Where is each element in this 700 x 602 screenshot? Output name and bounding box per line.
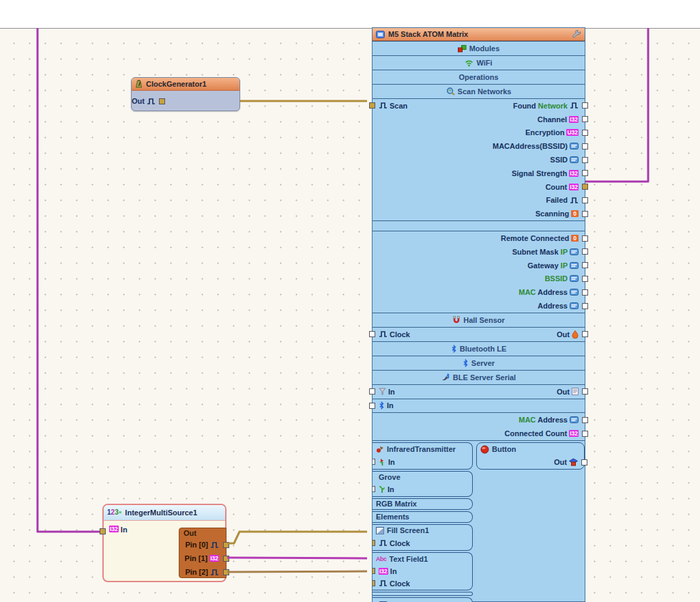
pin-clock[interactable]: Clock: [373, 330, 410, 339]
pin-connector[interactable]: [372, 486, 375, 492]
clock-pin-icon: [570, 102, 579, 109]
pin-out[interactable]: Out: [554, 458, 584, 466]
section-label: WiFi: [476, 59, 492, 67]
component-integer-multi-source[interactable]: 123× IntegerMultiSource1 I32In Out Pin […: [102, 504, 227, 582]
pin-mac-address[interactable]: MAC Address: [519, 416, 585, 424]
pin-pin-2[interactable]: Pin [2]: [179, 565, 226, 579]
pin-connector[interactable]: [372, 580, 375, 586]
pin-connector[interactable]: [100, 528, 106, 534]
pin-channel[interactable]: ChannelI32: [538, 115, 585, 124]
wrench-icon[interactable]: [572, 30, 581, 39]
pin-connector[interactable]: [369, 331, 375, 337]
pin-connector[interactable]: [582, 102, 588, 109]
pin-connector[interactable]: [582, 116, 588, 122]
pin-label: In: [121, 526, 128, 534]
pin-address[interactable]: Address: [538, 302, 585, 310]
pin-connector[interactable]: [223, 569, 229, 575]
pin-failed[interactable]: Failed: [546, 196, 585, 204]
pin-out[interactable]: Out: [557, 330, 585, 339]
pin-pin-1[interactable]: Pin [1]I32: [179, 551, 226, 565]
pin-count[interactable]: CountI32: [545, 183, 585, 191]
wire-pin0-to-fillscreen-clock[interactable]: [227, 532, 367, 543]
wire-pin1-to-textfield-in[interactable]: [227, 558, 367, 558]
pin-in[interactable]: I32In: [373, 567, 397, 575]
pin-found-network[interactable]: Found Network: [513, 102, 585, 110]
pin-connector[interactable]: [223, 556, 229, 562]
pin-connector[interactable]: [582, 157, 588, 163]
pin-connector[interactable]: [582, 289, 588, 296]
subpanel-in[interactable]: In: [372, 597, 473, 602]
pin-connector[interactable]: [582, 143, 588, 149]
subpanel-fill-screen1[interactable]: Fill Screen1Clock: [372, 524, 473, 551]
pin-remote-connected[interactable]: Remote Connected0: [501, 234, 585, 242]
pin-encryption[interactable]: EncryptionU32: [525, 128, 585, 137]
pin-clock[interactable]: Clock: [373, 579, 410, 588]
pin-connector[interactable]: [372, 568, 375, 574]
subpanel-elements[interactable]: Elements: [372, 511, 473, 523]
pin-label: BSSID: [544, 274, 568, 283]
pin-out[interactable]: Out: [557, 388, 585, 396]
pin-gateway-ip[interactable]: Gateway IP: [527, 261, 585, 270]
pin-in[interactable]: In: [373, 388, 395, 396]
i32-pin-icon: I32: [569, 116, 579, 123]
pin-bssid[interactable]: BSSID: [544, 274, 585, 283]
pin-row: Out: [477, 456, 584, 469]
pin-scanning[interactable]: Scanning0: [536, 210, 585, 218]
wire-count-to-top-edge[interactable]: [585, 28, 648, 182]
component-clock-generator[interactable]: ClockGenerator1 Out: [131, 77, 240, 111]
m5-title-bar: M5 Stack ATOM Matrix: [373, 28, 585, 41]
pin-mac-address[interactable]: MAC Address: [519, 288, 585, 296]
pin-connector[interactable]: [582, 184, 588, 190]
pin-connector[interactable]: [582, 170, 588, 176]
subpanel-grove[interactable]: GroveIn: [372, 471, 473, 497]
component-m5-stack-atom-matrix[interactable]: M5 Stack ATOM Matrix ModulesWiFiOperatio…: [372, 27, 585, 602]
pin-connector[interactable]: [582, 248, 588, 255]
pin-connector[interactable]: [582, 235, 588, 242]
subpanel-infraredtransmitter[interactable]: InfraredTransmitterIn: [372, 442, 473, 470]
pin-connector[interactable]: [582, 211, 588, 217]
pin-connector[interactable]: [369, 403, 375, 409]
pin-connector[interactable]: [582, 388, 588, 395]
pin-macaddress-bssid[interactable]: MACAddress(BSSID): [493, 142, 585, 150]
pin-connector[interactable]: [369, 102, 375, 109]
subpanel-title: Fill Screen1: [373, 525, 472, 536]
pin-connector[interactable]: [582, 130, 588, 136]
pin-pin-0[interactable]: Pin [0]: [179, 538, 226, 551]
pin-connector[interactable]: [372, 459, 375, 465]
pin-connector[interactable]: [581, 459, 587, 465]
pin-connector[interactable]: [369, 388, 375, 395]
pin-connector[interactable]: [582, 431, 588, 437]
wire-pin2-to-textfield-clock[interactable]: [227, 571, 367, 572]
i32-pin-icon: I32: [569, 170, 579, 177]
pin-connector[interactable]: [159, 98, 165, 104]
pin-connector[interactable]: [582, 417, 588, 423]
section-label: Bluetooth LE: [460, 345, 506, 353]
wire-top-edge-to-multisource-in[interactable]: [38, 28, 100, 532]
pin-ssid[interactable]: SSID: [550, 156, 585, 164]
pin-connector[interactable]: [582, 262, 588, 268]
pin-label: In: [388, 485, 394, 493]
pin-in[interactable]: In: [373, 458, 395, 466]
pin-scan[interactable]: Scan: [373, 102, 407, 110]
pin-row: Clock: [373, 577, 472, 590]
pin-out[interactable]: Out: [132, 97, 162, 105]
pin-connected-count[interactable]: Connected CountI32: [505, 429, 585, 438]
pin-signal-strength[interactable]: Signal StrengthI32: [512, 169, 585, 177]
subpanel-spacer[interactable]: [372, 592, 473, 596]
i32-pin-icon: I32: [569, 430, 579, 437]
subpanel-button[interactable]: ButtonOut: [476, 442, 585, 470]
text-pin-icon: [570, 275, 579, 282]
pin-subnet-mask-ip[interactable]: Subnet Mask IP: [512, 248, 585, 256]
pin-connector[interactable]: [372, 540, 375, 546]
pin-connector[interactable]: [582, 197, 588, 203]
pin-connector[interactable]: [223, 542, 229, 548]
subpanel-text-field1[interactable]: AbcText Field1I32InClock: [372, 552, 473, 590]
pin-clock[interactable]: Clock: [373, 539, 410, 547]
pin-connector[interactable]: [582, 303, 588, 309]
design-canvas[interactable]: ClockGenerator1 Out 123× IntegerMultiSou…: [0, 0, 700, 602]
pin-connector[interactable]: [582, 276, 588, 282]
pin-in[interactable]: In: [373, 485, 394, 493]
pin-in[interactable]: In: [373, 401, 394, 410]
pin-connector[interactable]: [582, 331, 588, 337]
subpanel-rgb-matrix[interactable]: RGB Matrix: [372, 498, 473, 510]
